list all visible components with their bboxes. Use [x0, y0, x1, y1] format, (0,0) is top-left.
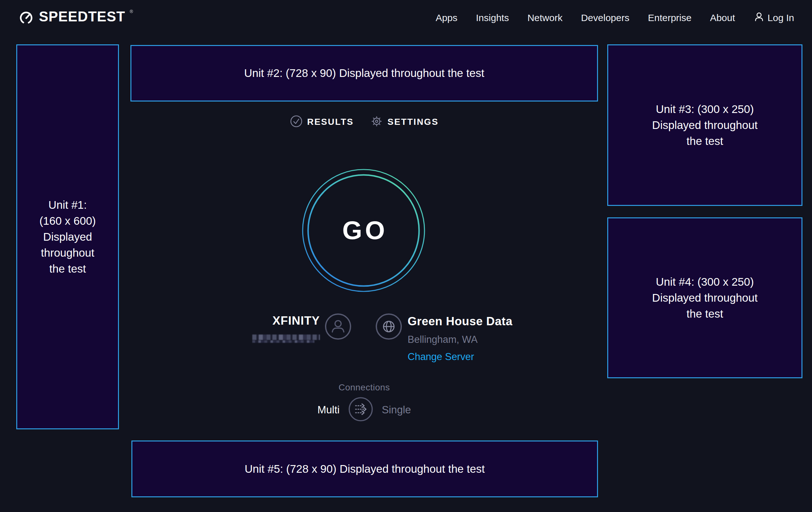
main-nav: Apps Insights Network Developers Enterpr…: [436, 11, 794, 25]
nav-enterprise[interactable]: Enterprise: [648, 12, 691, 23]
view-tabs: RESULTS: [130, 115, 598, 129]
check-circle-icon: [290, 115, 303, 129]
tab-settings-label: SETTINGS: [387, 117, 438, 127]
brand-trademark: ®: [130, 9, 133, 14]
brand-name: SPEEDTEST: [39, 8, 125, 25]
speedtest-page: SPEEDTEST ® Apps Insights Network Develo…: [0, 0, 812, 512]
ad-unit-3-text: Unit #3: (300 x 250) Displayed throughou…: [652, 101, 758, 149]
connections-toggle: Multi Single: [130, 397, 598, 423]
speedometer-icon: [18, 8, 34, 27]
gear-icon: [370, 115, 383, 129]
change-server-link[interactable]: Change Server: [408, 351, 474, 362]
ad-unit-1-skyscraper[interactable]: Unit #1: (160 x 600) Displayed throughou…: [16, 44, 119, 429]
login-label: Log In: [768, 12, 794, 23]
connections-multi-option[interactable]: Multi: [317, 404, 340, 416]
ad-unit-4-rectangle[interactable]: Unit #4: (300 x 250) Displayed throughou…: [607, 217, 803, 378]
server-location: Bellingham, WA: [408, 334, 477, 345]
server-name: Green House Data: [408, 315, 513, 328]
tab-results[interactable]: RESULTS: [290, 115, 354, 129]
ad-unit-2-text: Unit #2: (728 x 90) Displayed throughout…: [244, 65, 485, 81]
header: SPEEDTEST ® Apps Insights Network Develo…: [0, 0, 812, 36]
login-button[interactable]: Log In: [754, 11, 794, 25]
nav-network[interactable]: Network: [527, 12, 562, 23]
redacted-ip-blocks: [252, 334, 320, 343]
ad-unit-4-text: Unit #4: (300 x 250) Displayed throughou…: [652, 274, 758, 322]
tab-settings[interactable]: SETTINGS: [370, 115, 438, 129]
server-globe-icon: [375, 313, 402, 340]
ad-unit-1-text: Unit #1: (160 x 600) Displayed throughou…: [39, 197, 96, 277]
go-button-label: GO: [302, 168, 426, 292]
ad-unit-5-leaderboard[interactable]: Unit #5: (728 x 90) Displayed throughout…: [132, 440, 598, 497]
connections-single-option[interactable]: Single: [382, 404, 411, 416]
ad-unit-5-text: Unit #5: (728 x 90) Displayed throughout…: [244, 461, 485, 477]
go-button[interactable]: GO: [302, 168, 426, 292]
multi-connection-arrows-icon[interactable]: [348, 397, 374, 423]
tab-results-label: RESULTS: [307, 117, 354, 127]
connections-label: Connections: [130, 382, 598, 393]
ad-unit-2-leaderboard[interactable]: Unit #2: (728 x 90) Displayed throughout…: [130, 45, 598, 102]
brand-logo[interactable]: SPEEDTEST ®: [18, 8, 133, 27]
nav-developers[interactable]: Developers: [581, 12, 630, 23]
user-icon: [754, 11, 764, 25]
nav-insights[interactable]: Insights: [476, 12, 509, 23]
nav-apps[interactable]: Apps: [436, 12, 457, 23]
isp-person-icon: [325, 313, 351, 340]
nav-about[interactable]: About: [710, 12, 735, 23]
isp-name: XFINITY: [224, 314, 320, 327]
ad-unit-3-rectangle[interactable]: Unit #3: (300 x 250) Displayed throughou…: [607, 44, 803, 206]
